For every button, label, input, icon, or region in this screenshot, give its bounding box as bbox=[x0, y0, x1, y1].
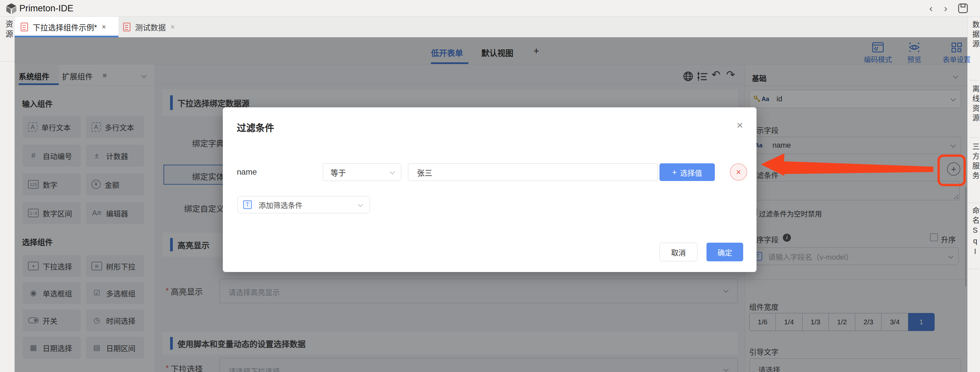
input-value: 张三 bbox=[417, 167, 432, 178]
app-title: Primeton-IDE bbox=[19, 3, 73, 14]
modal-title: 过滤条件 bbox=[237, 121, 274, 134]
doc-tab-label: 测试数据 bbox=[135, 21, 166, 33]
close-tab-icon[interactable]: × bbox=[102, 23, 106, 31]
right-datasource-strip: 数据源离线资源三方服务命名Sql bbox=[967, 17, 980, 372]
choose-value-button[interactable]: + 选择值 bbox=[659, 163, 715, 181]
strip-item-2[interactable]: 离线资源 bbox=[970, 85, 980, 124]
button-label: 选择值 bbox=[680, 167, 702, 178]
left-resource-strip: 资源 bbox=[0, 17, 15, 372]
nav-forward-icon[interactable]: › bbox=[944, 3, 947, 14]
resources-vertical-tab[interactable]: 资源 bbox=[3, 20, 14, 40]
button-label: 取消 bbox=[671, 246, 686, 258]
text-type-icon: T bbox=[243, 200, 252, 209]
app-logo-icon bbox=[6, 3, 17, 14]
add-condition-select[interactable]: T 添加筛选条件 bbox=[237, 196, 370, 213]
divider bbox=[969, 269, 979, 269]
doc-tab-active[interactable]: 下拉选择组件示例* × bbox=[15, 17, 118, 37]
operator-select[interactable]: 等于 bbox=[323, 163, 401, 181]
close-icon[interactable]: × bbox=[737, 119, 743, 131]
cancel-button[interactable]: 取消 bbox=[659, 243, 697, 261]
strip-item-3[interactable]: 三方服务 bbox=[970, 143, 980, 181]
chevron-down-icon bbox=[358, 202, 363, 207]
condition-field-name: name bbox=[237, 167, 257, 176]
select-placeholder: 添加筛选条件 bbox=[259, 199, 302, 210]
app-title-bar: Primeton-IDE ‹ › bbox=[0, 0, 980, 17]
condition-value-input[interactable]: 张三 bbox=[408, 163, 658, 181]
form-doc-icon bbox=[123, 23, 130, 31]
remove-icon: × bbox=[736, 167, 741, 177]
filter-condition-modal: 过滤条件 × name 等于 张三 + 选择值 × T 添加筛选条件 取消 确定 bbox=[223, 107, 757, 272]
doc-tab-inactive[interactable]: 测试数据 × bbox=[119, 17, 186, 37]
divider bbox=[969, 80, 979, 80]
plus-icon: + bbox=[672, 168, 677, 177]
divider bbox=[969, 203, 979, 203]
form-doc-icon bbox=[21, 23, 28, 31]
doc-tab-label: 下拉选择组件示例* bbox=[33, 21, 97, 33]
ok-button[interactable]: 确定 bbox=[706, 243, 743, 261]
strip-item-4[interactable]: 命名Sql bbox=[970, 207, 980, 258]
select-value: 等于 bbox=[331, 167, 346, 178]
divider bbox=[0, 61, 15, 62]
close-tab-icon[interactable]: × bbox=[170, 23, 175, 31]
primeton-ide-screen: Primeton-IDE ‹ › 下拉选择组件示例* × 测试数据 × 资源 数… bbox=[0, 0, 980, 372]
remove-condition-button[interactable]: × bbox=[730, 163, 747, 181]
document-tabbar: 下拉选择组件示例* × 测试数据 × bbox=[0, 17, 980, 37]
divider bbox=[969, 137, 979, 138]
button-label: 确定 bbox=[718, 246, 732, 258]
nav-back-icon[interactable]: ‹ bbox=[929, 3, 932, 14]
save-icon[interactable] bbox=[958, 3, 968, 13]
chevron-down-icon bbox=[390, 169, 395, 175]
